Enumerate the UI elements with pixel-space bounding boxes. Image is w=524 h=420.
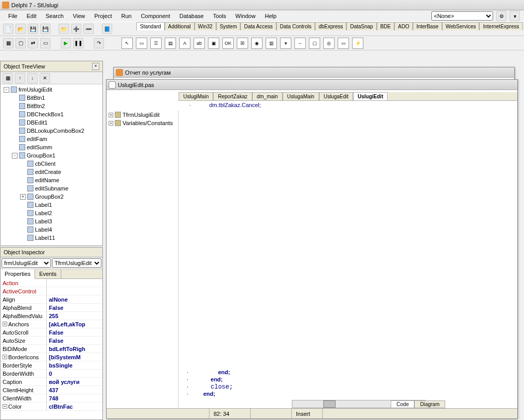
palette-tab-webservices[interactable]: WebServices	[442, 22, 480, 30]
palette-tab-interbase[interactable]: InterBase	[413, 22, 442, 30]
saveall-icon[interactable]: 💾	[40, 24, 50, 34]
menu-component[interactable]: Component	[137, 12, 174, 20]
scrollbar-icon[interactable]: ↔	[294, 38, 306, 49]
tree-node[interactable]: -GroupBox1	[2, 151, 101, 160]
expand-icon[interactable]: +	[20, 194, 26, 200]
tree-node[interactable]: DBCheckBox1	[2, 110, 101, 118]
code-structure-tree[interactable]: +TfrmUslugiEdit +Variables/Constants	[107, 111, 179, 418]
toggle-icon[interactable]: ⇄	[28, 38, 38, 48]
property-row[interactable]: AlphaBlendFalse	[1, 304, 102, 312]
palette-tab-bde[interactable]: BDE	[377, 22, 395, 30]
object-tree[interactable]: -frmUslugiEditBitBtn1BitBtn2DBCheckBox1D…	[1, 84, 102, 246]
combobox-icon[interactable]: ▾	[280, 38, 291, 49]
run-icon[interactable]: ▶	[61, 38, 71, 48]
expand-icon[interactable]: -	[12, 153, 18, 159]
tree-node[interactable]: editCreate	[2, 168, 101, 176]
tree-btn[interactable]: ▦	[3, 73, 13, 83]
property-row[interactable]: +ColorclBtnFac	[1, 402, 102, 411]
menu-project[interactable]: Project	[90, 12, 116, 20]
property-row[interactable]: Captionвой услуги	[1, 378, 102, 386]
new-icon[interactable]: 📄	[3, 24, 13, 34]
inspector-tab-properties[interactable]: Properties	[1, 269, 35, 279]
code-tab[interactable]: UslugiMain	[179, 92, 213, 100]
mainmenu-icon[interactable]: ☰	[150, 38, 162, 49]
menu-tools[interactable]: Tools	[209, 12, 231, 20]
bottom-tab-code[interactable]: Code	[391, 400, 414, 408]
toolbar-icon[interactable]: ▾	[510, 11, 520, 21]
palette-tab-ado[interactable]: ADO	[394, 22, 413, 30]
property-row[interactable]: AlphaBlendValu255	[1, 312, 102, 320]
frames-icon[interactable]: ▭	[136, 38, 147, 49]
palette-tab-datacontrols[interactable]: Data Controls	[276, 22, 315, 30]
checkbox-icon[interactable]: ☒	[237, 38, 248, 49]
code-tab[interactable]: UslugaMain	[283, 92, 319, 100]
new-form-icon[interactable]: ▭	[40, 38, 50, 48]
menu-help[interactable]: Help	[260, 12, 281, 20]
actionlist-icon[interactable]: ⚡	[352, 38, 363, 49]
palette-tab-win32[interactable]: Win32	[195, 22, 216, 30]
scrollbar-thumb[interactable]	[323, 400, 336, 408]
palette-tab-system[interactable]: System	[216, 22, 240, 30]
tree-node[interactable]: Label11	[2, 234, 101, 242]
tree-node[interactable]: Label2	[2, 209, 101, 217]
code-tab[interactable]: ReportZakaz	[213, 92, 252, 100]
pause-icon[interactable]: ❚❚	[73, 38, 83, 48]
tree-node[interactable]: Label1	[2, 201, 101, 209]
save-icon[interactable]: 💾	[28, 24, 38, 34]
property-row[interactable]: Action	[1, 279, 102, 287]
add-file-icon[interactable]: ➕	[71, 24, 81, 34]
tree-node[interactable]: editFam	[2, 135, 101, 143]
property-row[interactable]: AutoSizeFalse	[1, 337, 102, 345]
tree-btn[interactable]: ↓	[27, 73, 38, 83]
tree-btn[interactable]: ↑	[15, 73, 25, 83]
radiobutton-icon[interactable]: ◉	[251, 38, 263, 49]
label-icon[interactable]: A	[179, 38, 190, 49]
property-row[interactable]: +BorderIcons[biSystemM	[1, 353, 102, 361]
bottom-tab-diagram[interactable]: Diagram	[414, 400, 445, 408]
code-editor[interactable]: · dm.tblZakaz.Cancel;	[179, 101, 517, 110]
popupmenu-icon[interactable]: ▤	[165, 38, 176, 49]
property-row[interactable]: ActiveControl	[1, 287, 102, 295]
radiogroup-icon[interactable]: ◎	[323, 38, 335, 49]
palette-tab-additional[interactable]: Additional	[165, 22, 195, 30]
inspector-component-select[interactable]: frmUslugiEdit	[2, 258, 51, 268]
edit-icon[interactable]: ab	[194, 38, 205, 49]
tree-node[interactable]: BitBtn2	[2, 102, 101, 110]
property-grid[interactable]: ActionActiveControlAlignalNoneAlphaBlend…	[1, 279, 102, 419]
code-editor-lower[interactable]: · end; · end; · close; · end;	[184, 368, 517, 399]
palette-tab-internetexpress[interactable]: InternetExpress	[479, 22, 522, 30]
code-tab[interactable]: dm_main	[252, 92, 283, 100]
trace-icon[interactable]: ↷	[94, 38, 104, 48]
menu-view[interactable]: View	[69, 12, 90, 20]
property-row[interactable]: AlignalNone	[1, 295, 102, 304]
help-icon[interactable]: 📘	[102, 24, 112, 34]
expand-icon[interactable]: +	[109, 121, 113, 126]
palette-tab-dataaccess[interactable]: Data Access	[240, 22, 276, 30]
code-tab[interactable]: UslugaEdit	[319, 92, 353, 100]
inspector-tab-events[interactable]: Events	[35, 269, 61, 278]
inspector-class-select[interactable]: TfrmUslugiEdit	[52, 258, 101, 268]
palette-tab-dbexpress[interactable]: dbExpress	[315, 22, 346, 30]
property-row[interactable]: +Anchors[akLeft,akTop	[1, 320, 102, 328]
menu-window[interactable]: Window	[231, 12, 259, 20]
menu-search[interactable]: Search	[42, 12, 68, 20]
tree-node[interactable]: cbClient	[2, 160, 101, 168]
tree-node[interactable]: DBLookupComboBox2	[2, 127, 101, 135]
tree-btn[interactable]: ✕	[40, 73, 50, 83]
code-tab-active[interactable]: UslugiEdit	[353, 92, 388, 100]
tree-node[interactable]: -frmUslugiEdit	[2, 85, 101, 94]
property-row[interactable]: ClientWidth748	[1, 394, 102, 402]
property-row[interactable]: ClientHeight437	[1, 386, 102, 394]
view-unit-icon[interactable]: ▦	[3, 38, 13, 48]
expand-icon[interactable]: +	[109, 113, 113, 117]
tree-node[interactable]: +GroupBox2	[2, 192, 101, 201]
panel-icon[interactable]: ▭	[338, 38, 349, 49]
menu-edit[interactable]: Edit	[23, 12, 41, 20]
arrow-icon[interactable]: ↖	[121, 38, 133, 49]
code-editor-window[interactable]: UslugiEdit.pas +TfrmUslugiEdit +Variable…	[106, 79, 518, 419]
groupbox-icon[interactable]: ▢	[309, 38, 320, 49]
tree-node[interactable]: BitBtn1	[2, 94, 101, 102]
tree-node[interactable]: editName	[2, 176, 101, 184]
remove-file-icon[interactable]: ➖	[83, 24, 94, 34]
property-row[interactable]: AutoScrollFalse	[1, 328, 102, 337]
